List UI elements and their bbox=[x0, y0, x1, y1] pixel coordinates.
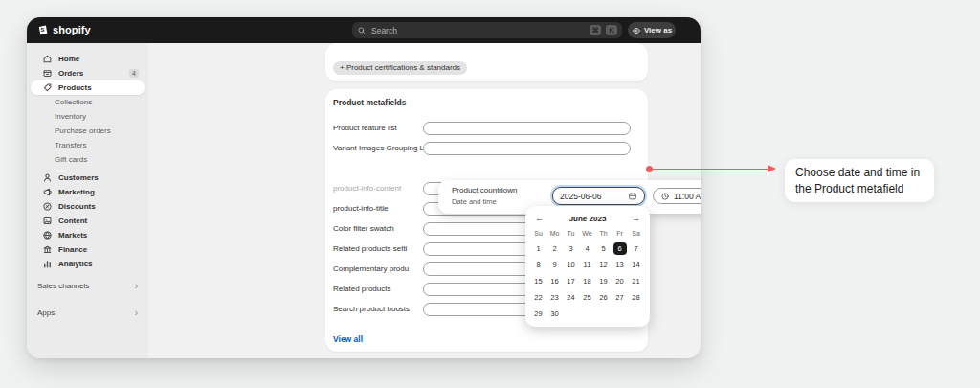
sidebar-item-home[interactable]: Home bbox=[31, 52, 145, 66]
sidebar-item-analytics[interactable]: Analytics bbox=[31, 257, 145, 271]
sidebar-item-customers[interactable]: Customers bbox=[31, 171, 145, 185]
sidebar-item-gift-cards[interactable]: Gift cards bbox=[27, 152, 148, 167]
calendar-day[interactable]: 4 bbox=[579, 240, 595, 257]
calendar-day[interactable]: 21 bbox=[628, 273, 644, 289]
k-key-badge: K bbox=[606, 25, 617, 35]
calendar-day[interactable]: 3 bbox=[563, 240, 579, 257]
next-month-button[interactable]: → bbox=[629, 214, 640, 223]
sidebar-nav-product-subitems: CollectionsInventoryPurchase ordersTrans… bbox=[27, 95, 148, 167]
sidebar-section-apps[interactable]: Apps› bbox=[27, 306, 148, 319]
sidebar-item-finance[interactable]: Finance bbox=[31, 242, 145, 257]
calendar-day[interactable]: 18 bbox=[579, 273, 595, 289]
sidebar-section-sales-channels[interactable]: Sales channels› bbox=[27, 279, 148, 292]
metafield-row: Product feature list bbox=[325, 118, 648, 138]
global-search-input[interactable]: Search ⌘ K bbox=[352, 22, 622, 38]
calendar-day[interactable]: 13 bbox=[612, 257, 628, 273]
content-icon bbox=[42, 216, 53, 226]
calendar-day[interactable]: 8 bbox=[530, 257, 546, 273]
weekday-label: We bbox=[579, 230, 595, 237]
prev-month-button[interactable]: ← bbox=[535, 214, 546, 223]
metafield-label: Complementary produ bbox=[325, 264, 423, 273]
eye-icon bbox=[632, 26, 641, 35]
orders-icon bbox=[42, 68, 53, 79]
metafield-label-product-countdown[interactable]: Product countdown bbox=[452, 186, 518, 194]
calendar-day-selected[interactable]: 6 bbox=[612, 240, 628, 257]
metafield-label: Product feature list bbox=[325, 124, 423, 132]
calendar-day[interactable]: 17 bbox=[563, 273, 579, 289]
annotation-callout: Choose date and time in the Product meta… bbox=[785, 159, 934, 202]
metafield-label: product-info-title bbox=[325, 204, 423, 213]
search-placeholder: Search bbox=[371, 26, 585, 35]
calendar-day[interactable]: 11 bbox=[579, 257, 595, 273]
metafield-label: Search product boosts bbox=[325, 305, 423, 313]
time-input[interactable]: 11:00 AM EDT bbox=[653, 188, 701, 204]
calendar-day[interactable]: 20 bbox=[612, 273, 628, 289]
weekday-header-row: SuMoTuWeThFrSa bbox=[525, 225, 650, 240]
sidebar-item-label: Content bbox=[58, 217, 87, 225]
metafield-row bbox=[325, 158, 648, 178]
sidebar-item-discounts[interactable]: Discounts bbox=[31, 199, 145, 214]
sidebar-item-label: Finance bbox=[58, 245, 87, 254]
sidebar-item-products[interactable]: Products bbox=[31, 80, 145, 95]
calendar-day[interactable]: 12 bbox=[595, 257, 612, 273]
calendar-header: ← June 2025 → bbox=[525, 212, 650, 225]
certifications-card: + Product certifications & standards bbox=[325, 43, 648, 81]
date-input[interactable]: 2025-06-06 bbox=[552, 187, 645, 205]
month-label: June 2025 bbox=[546, 215, 629, 223]
sidebar-item-content[interactable]: Content bbox=[31, 214, 145, 228]
sidebar-item-collections[interactable]: Collections bbox=[27, 95, 148, 109]
calendar-day[interactable]: 23 bbox=[546, 289, 563, 306]
calendar-day-grid: 1234567891011121314151617181920212223242… bbox=[525, 240, 644, 322]
calendar-day[interactable]: 1 bbox=[530, 240, 546, 257]
sidebar-nav: HomeOrders4Products CollectionsInventory… bbox=[27, 43, 148, 358]
sidebar-item-orders[interactable]: Orders4 bbox=[31, 66, 145, 80]
chevron-right-icon: › bbox=[135, 308, 138, 318]
calendar-day[interactable]: 10 bbox=[563, 257, 579, 273]
metafield-label: Color filter swatch bbox=[325, 224, 423, 233]
calendar-day[interactable]: 16 bbox=[546, 273, 563, 289]
time-value: 11:00 AM bbox=[674, 192, 701, 201]
metafield-input[interactable] bbox=[423, 142, 631, 155]
date-picker-popup: ← June 2025 → SuMoTuWeThFrSa 12345678910… bbox=[525, 206, 650, 327]
weekday-label: Su bbox=[530, 230, 546, 237]
sidebar-item-inventory[interactable]: Inventory bbox=[27, 109, 148, 124]
calendar-day[interactable]: 15 bbox=[530, 273, 546, 289]
calendar-day[interactable]: 9 bbox=[546, 257, 563, 273]
annotation-arrow-head bbox=[768, 165, 776, 172]
products-icon bbox=[42, 82, 53, 93]
calendar-day[interactable]: 5 bbox=[595, 240, 612, 257]
logo-wordmark: shopify bbox=[53, 24, 91, 35]
sidebar-nav-main: HomeOrders4Products bbox=[27, 52, 148, 95]
sidebar-item-label: Markets bbox=[58, 231, 87, 240]
marketing-icon bbox=[42, 187, 53, 197]
calendar-day[interactable]: 7 bbox=[628, 240, 644, 257]
calendar-day[interactable]: 26 bbox=[595, 289, 612, 306]
calendar-day[interactable]: 25 bbox=[579, 289, 595, 306]
home-icon bbox=[42, 54, 53, 64]
metafield-input[interactable] bbox=[423, 122, 631, 135]
calendar-day[interactable]: 30 bbox=[546, 306, 563, 322]
calendar-day[interactable]: 14 bbox=[628, 257, 644, 273]
metafield-label: Variant Images Grouping List bbox=[325, 144, 423, 152]
view-all-link[interactable]: View all bbox=[333, 334, 363, 344]
calendar-day[interactable]: 2 bbox=[546, 240, 563, 257]
view-as-label: View as bbox=[644, 26, 672, 34]
calendar-day[interactable]: 29 bbox=[530, 306, 546, 322]
sidebar-item-purchase-orders[interactable]: Purchase orders bbox=[27, 124, 148, 138]
calendar-day[interactable]: 19 bbox=[595, 273, 612, 289]
orders-count-badge: 4 bbox=[129, 69, 139, 78]
shopify-logo[interactable]: S shopify bbox=[36, 23, 91, 35]
calendar-day[interactable]: 22 bbox=[530, 289, 546, 306]
weekday-label: Sa bbox=[628, 230, 644, 237]
sidebar-item-marketing[interactable]: Marketing bbox=[31, 185, 145, 199]
sidebar-item-label: Marketing bbox=[58, 188, 95, 196]
chevron-right-icon: › bbox=[135, 281, 138, 291]
card-title: Product metafields bbox=[333, 98, 407, 107]
add-certifications-button[interactable]: + Product certifications & standards bbox=[333, 61, 467, 75]
calendar-day[interactable]: 28 bbox=[628, 289, 644, 306]
view-as-button[interactable]: View as bbox=[628, 22, 676, 38]
calendar-day[interactable]: 24 bbox=[563, 289, 579, 306]
sidebar-item-transfers[interactable]: Transfers bbox=[27, 138, 148, 152]
sidebar-item-markets[interactable]: Markets bbox=[31, 228, 145, 242]
calendar-day[interactable]: 27 bbox=[612, 289, 628, 306]
